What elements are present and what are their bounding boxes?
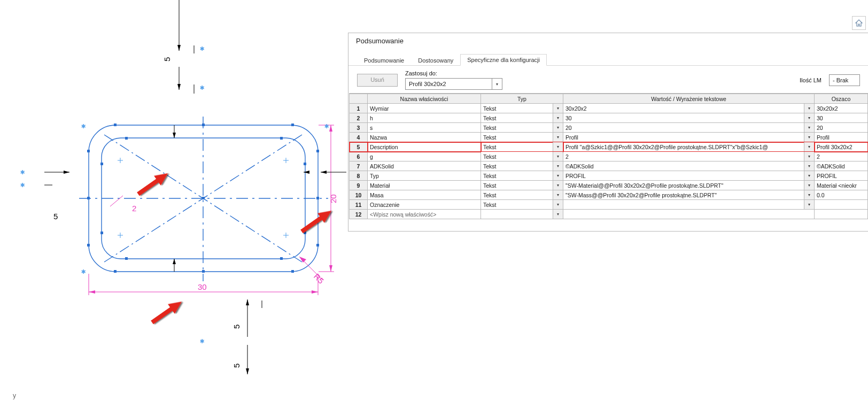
bom-combo[interactable]: - Brak [829, 74, 860, 86]
tab-summary[interactable]: Podsumowanie [357, 55, 411, 66]
chevron-down-icon[interactable]: ▾ [804, 104, 814, 113]
col-eval[interactable]: Oszaco [815, 94, 868, 104]
cell-type[interactable]: Tekst▾ [481, 104, 563, 113]
chevron-down-icon[interactable]: ▾ [553, 123, 563, 132]
cell-name[interactable]: Oznaczenie [368, 200, 481, 210]
col-type[interactable]: Typ [481, 94, 563, 104]
table-row[interactable]: 4NazwaTekst▾Profil▾Profil [350, 133, 868, 142]
row-number[interactable]: 7 [350, 161, 368, 171]
table-row[interactable]: 9MateriałTekst▾"SW-Material@@Profil 30x2… [350, 181, 868, 190]
row-number[interactable]: 8 [350, 171, 368, 181]
chevron-down-icon[interactable]: ▾ [553, 113, 563, 122]
cell-name[interactable]: s [368, 123, 481, 133]
table-row[interactable]: 2hTekst▾30▾30 [350, 113, 868, 123]
cell-name[interactable]: Wymiar [368, 104, 481, 113]
chevron-down-icon[interactable]: ▾ [804, 171, 814, 180]
table-row[interactable]: 8TypTekst▾PROFIL▾PROFIL [350, 171, 868, 181]
table-row[interactable]: 7ADKSolidTekst▾©ADKSolid▾©ADKSolid [350, 161, 868, 171]
chevron-down-icon[interactable]: ▾ [804, 190, 814, 199]
chevron-down-icon[interactable]: ▾ [553, 161, 563, 171]
cell-type[interactable]: Tekst▾ [481, 113, 563, 123]
properties-grid[interactable]: Nazwa właściwości Typ Wartość / Wyrażeni… [349, 93, 868, 219]
chevron-down-icon[interactable]: ▾ [553, 104, 563, 113]
chevron-down-icon[interactable]: ▾ [804, 152, 814, 161]
cell-name[interactable]: Description [368, 142, 481, 152]
tab-custom[interactable]: Dostosowany [411, 55, 460, 66]
cell-name[interactable]: h [368, 113, 481, 123]
cell-type[interactable]: Tekst▾ [481, 200, 563, 210]
cell-name[interactable]: Masa [368, 190, 481, 200]
cell-name[interactable]: <Wpisz nową właściwość> [368, 210, 481, 219]
chevron-down-icon[interactable]: ▾ [804, 123, 814, 132]
table-row[interactable]: 11OznaczenieTekst▾▾ [350, 200, 868, 210]
row-number[interactable]: 4 [350, 133, 368, 142]
cell-type[interactable]: Tekst▾ [481, 123, 563, 133]
cell-value[interactable]: Profil▾ [563, 133, 815, 142]
home-icon[interactable] [852, 16, 866, 30]
row-number[interactable]: 1 [350, 104, 368, 113]
row-number[interactable]: 5 [350, 142, 368, 152]
cell-value[interactable]: 30▾ [563, 113, 815, 123]
table-row[interactable]: 10MasaTekst▾"SW-Mass@@Profil 30x20x2@Pro… [350, 190, 868, 200]
cell-name[interactable]: g [368, 152, 481, 161]
row-number[interactable]: 3 [350, 123, 368, 133]
cell-evaluated: Profil 30x20x2 [815, 142, 868, 152]
cell-value[interactable]: "SW-Mass@@Profil 30x20x2@Profile prostok… [563, 190, 815, 200]
cell-type[interactable]: ▾ [481, 210, 563, 219]
chevron-down-icon[interactable]: ▾ [804, 133, 814, 142]
cell-value[interactable] [563, 210, 815, 219]
row-number[interactable]: 9 [350, 181, 368, 190]
svg-text:✱: ✱ [324, 121, 329, 130]
table-row[interactable]: 6gTekst▾2▾2 [350, 152, 868, 161]
chevron-down-icon[interactable]: ▾ [553, 171, 563, 180]
cell-value[interactable]: "SW-Material@@Profil 30x20x2@Profile pro… [563, 181, 815, 190]
row-number[interactable]: 2 [350, 113, 368, 123]
cell-value[interactable]: PROFIL▾ [563, 171, 815, 181]
row-number[interactable]: 12 [350, 210, 368, 219]
chevron-down-icon[interactable]: ▾ [492, 79, 502, 89]
chevron-down-icon[interactable]: ▾ [553, 133, 563, 142]
cell-value[interactable]: 2▾ [563, 152, 815, 161]
cell-value[interactable]: Profil "a@Szkic1@@Profil 30x20x2@Profile… [563, 142, 815, 152]
chevron-down-icon[interactable]: ▾ [553, 210, 563, 219]
config-combo[interactable]: Profil 30x20x2 ▾ [405, 78, 502, 90]
chevron-down-icon[interactable]: ▾ [804, 113, 814, 122]
cell-type[interactable]: Tekst▾ [481, 142, 563, 152]
table-row[interactable]: 1WymiarTekst▾30x20x2▾30x20x2 [350, 104, 868, 113]
cell-name[interactable]: Typ [368, 171, 481, 181]
row-number[interactable]: 11 [350, 200, 368, 210]
table-row[interactable]: 12<Wpisz nową właściwość>▾ [350, 210, 868, 219]
chevron-down-icon[interactable]: ▾ [804, 161, 814, 171]
cell-name[interactable]: ADKSolid [368, 161, 481, 171]
svg-marker-56 [312, 290, 318, 294]
cell-name[interactable]: Nazwa [368, 133, 481, 142]
chevron-down-icon[interactable]: ▾ [804, 142, 814, 151]
row-number[interactable]: 6 [350, 152, 368, 161]
chevron-down-icon[interactable]: ▾ [553, 142, 563, 151]
cell-type[interactable]: Tekst▾ [481, 190, 563, 200]
row-number[interactable]: 10 [350, 190, 368, 200]
chevron-down-icon[interactable]: ▾ [804, 200, 814, 209]
cell-value[interactable]: 30x20x2▾ [563, 104, 815, 113]
chevron-down-icon[interactable]: ▾ [553, 152, 563, 161]
cell-type[interactable]: Tekst▾ [481, 171, 563, 181]
chevron-down-icon[interactable]: ▾ [553, 190, 563, 199]
table-row[interactable]: 3sTekst▾20▾20 [350, 123, 868, 133]
chevron-down-icon[interactable]: ▾ [553, 200, 563, 209]
cell-type[interactable]: Tekst▾ [481, 152, 563, 161]
col-value[interactable]: Wartość / Wyrażenie tekstowe [563, 94, 815, 104]
cell-value[interactable]: 20▾ [563, 123, 815, 133]
cell-value[interactable]: ▾ [563, 200, 815, 210]
cell-name[interactable]: Materiał [368, 181, 481, 190]
cell-type[interactable]: Tekst▾ [481, 133, 563, 142]
chevron-down-icon[interactable]: ▾ [804, 181, 814, 190]
svg-marker-43 [173, 133, 176, 138]
chevron-down-icon[interactable]: ▾ [553, 181, 563, 190]
col-name[interactable]: Nazwa właściwości [368, 94, 481, 104]
table-row[interactable]: 5DescriptionTekst▾Profil "a@Szkic1@@Prof… [350, 142, 868, 152]
cell-value[interactable]: ©ADKSolid▾ [563, 161, 815, 171]
delete-button[interactable]: Usuń [357, 74, 398, 87]
cell-type[interactable]: Tekst▾ [481, 161, 563, 171]
tab-config-specific[interactable]: Specyficzne dla konfiguracji [460, 54, 547, 66]
cell-type[interactable]: Tekst▾ [481, 181, 563, 190]
